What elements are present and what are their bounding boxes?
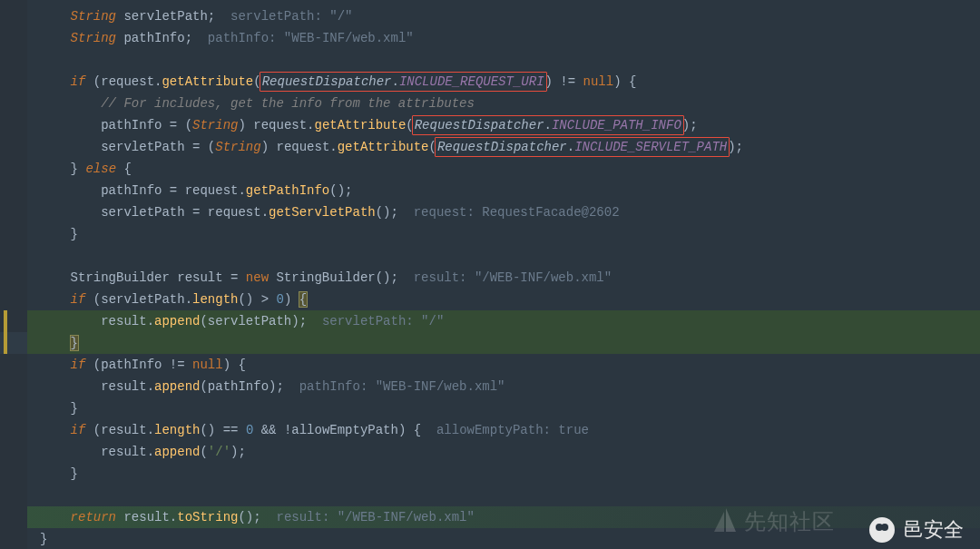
- watermark-background-text: 先知社区: [744, 507, 835, 536]
- code-line: }: [27, 223, 980, 245]
- code-line-highlighted: result.append(servletPath); servletPath:…: [27, 310, 980, 332]
- code-line: [27, 49, 980, 71]
- highlight-box: RequestDispatcher.INCLUDE_REQUEST_URI: [260, 72, 547, 92]
- code-area[interactable]: String servletPath; servletPath: "/" Str…: [27, 0, 980, 549]
- highlight-box: RequestDispatcher.INCLUDE_SERVLET_PATH: [435, 137, 730, 157]
- code-line: pathInfo = (String) request.getAttribute…: [27, 114, 980, 136]
- code-line: String servletPath; servletPath: "/": [27, 5, 980, 27]
- gutter-mark: [4, 310, 7, 332]
- code-line: if (result.length() == 0 && !allowEmptyP…: [27, 419, 980, 441]
- wechat-icon: [869, 517, 895, 543]
- code-line: }: [27, 463, 980, 485]
- code-editor[interactable]: String servletPath; servletPath: "/" Str…: [0, 0, 980, 549]
- watermark-main: 邑安全: [869, 516, 964, 544]
- code-line: // For includes, get the info from the a…: [27, 93, 980, 114]
- gutter: [0, 0, 27, 549]
- watermark-main-text: 邑安全: [904, 516, 964, 544]
- code-line: servletPath = (String) request.getAttrib…: [27, 136, 980, 158]
- code-line: pathInfo = request.getPathInfo();: [27, 180, 980, 201]
- code-line-return: return result.toString(); result: "/WEB-…: [27, 506, 980, 528]
- highlight-box: RequestDispatcher.INCLUDE_PATH_INFO: [412, 115, 684, 135]
- code-line: StringBuilder result = new StringBuilder…: [27, 267, 980, 289]
- code-line: result.append('/');: [27, 441, 980, 463]
- code-line-caret: }: [27, 332, 980, 354]
- code-line: }: [27, 528, 980, 549]
- code-line: [27, 245, 980, 267]
- brace-match-close: }: [71, 336, 78, 350]
- code-line: [27, 485, 980, 506]
- code-line: result.append(pathInfo); pathInfo: "WEB-…: [27, 376, 980, 397]
- code-line: if (pathInfo != null) {: [27, 354, 980, 376]
- code-line: servletPath = request.getServletPath(); …: [27, 201, 980, 223]
- brace-match-open: {: [299, 292, 307, 307]
- code-line: if (servletPath.length() > 0) {: [27, 289, 980, 310]
- watermark-logo-icon: [711, 508, 739, 535]
- code-line: } else {: [27, 158, 980, 180]
- code-line: }: [27, 397, 980, 419]
- watermark-background: 先知社区: [711, 507, 835, 536]
- gutter-mark: [4, 332, 7, 354]
- code-line: if (request.getAttribute(RequestDispatch…: [27, 71, 980, 93]
- code-line: String pathInfo; pathInfo: "WEB-INF/web.…: [27, 27, 980, 49]
